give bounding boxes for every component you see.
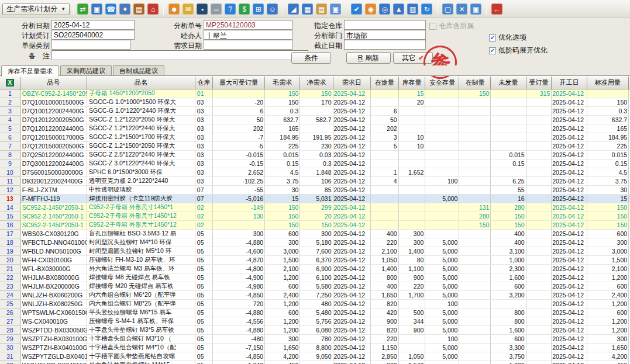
low-level-code-checkbox[interactable]: ✔ 低阶码展开优化 — [489, 46, 548, 56]
help-icon[interactable]: ? — [225, 4, 236, 15]
refresh-icon[interactable]: ↻ — [421, 4, 432, 15]
copy-icon[interactable]: ▣ — [330, 4, 341, 15]
key-icon[interactable]: ═ — [211, 4, 222, 15]
col-header-ordered[interactable]: 受订量 — [526, 77, 552, 89]
currency-icon[interactable]: $ — [239, 4, 250, 15]
col-header-gross-demand[interactable]: 毛需求 — [265, 77, 300, 89]
col-header-name[interactable]: 品名 — [87, 77, 195, 89]
table-row[interactable]: 8D7Q2501220024400GSGCC-Z 2.5*1220*2440 环… — [0, 150, 630, 159]
condition-button[interactable]: 条件 — [291, 52, 331, 64]
table-row[interactable]: 18WFBCTLD-NNO40100G封闭型沉头拉铆钉 M4*10 环保05-4… — [0, 238, 630, 247]
window-icon[interactable]: ▢ — [442, 4, 453, 15]
cell-std: 1,200 — [587, 317, 629, 325]
table-row[interactable]: 1OBZY-C952-2-1450*2050子母箱 1450*1200*2050… — [0, 89, 630, 98]
export-excel-header[interactable]: X — [0, 77, 20, 89]
table-row[interactable]: 14SC952-2-1450*2050-1C952-2子母箱 外形尺寸1450*… — [0, 203, 630, 212]
remark-input[interactable] — [51, 50, 308, 60]
table-row[interactable]: 7D7Q1201500020500GSGCC-Z 1.2*1500*2050 环… — [0, 141, 630, 150]
plan-order-input[interactable]: SO2025040002 — [51, 30, 135, 40]
demand-date-input[interactable] — [204, 40, 292, 50]
table-row[interactable]: 32WYNJFLDD-BX040150G外六角法兰面带齿螺钉 M4*15051,… — [0, 360, 630, 364]
cascade-icon[interactable]: ▣ — [470, 4, 481, 15]
module-selector-dropdown[interactable]: 生产需求/计划分 ▼ — [2, 4, 70, 15]
warehouse-input[interactable] — [344, 20, 426, 30]
col-header-pn[interactable]: 品号 — [20, 77, 87, 89]
lock-key-icon[interactable]: ✦ — [119, 4, 130, 15]
col-header-warehouse[interactable]: 仓库 — [195, 77, 212, 89]
table-row[interactable]: 25WNLJZH-BX080250G内六角组合螺钉 M8*25（配平弹05720… — [0, 299, 630, 308]
calculator-icon[interactable]: ▦ — [302, 4, 313, 15]
col-header-unshipped[interactable]: 未发量 — [491, 77, 526, 89]
table-row[interactable]: 21WFL-BX030000G外六角法兰螺母 M3 易车铁、环05-4,8002… — [0, 264, 630, 273]
analysis-no-input[interactable]: MP2504120003 — [204, 20, 292, 30]
table-row[interactable]: 12F-BLJ-ZXTM中性透明玻璃胶07-5530852025-04-1255… — [0, 185, 630, 194]
deadline-input[interactable] — [344, 40, 426, 50]
optimize-option-checkbox[interactable]: ✔ 优化选项 — [489, 33, 526, 43]
computer-icon[interactable]: ▣ — [91, 4, 102, 15]
phone-icon[interactable]: ☎ — [105, 4, 116, 15]
col-header-std-usage[interactable]: 标准用量 — [587, 77, 629, 89]
analysis-dept-input[interactable]: 市场部 — [344, 30, 426, 40]
table-row[interactable]: 2D7Q1001000015000GSGCC-G 1.0*1000*1500 环… — [0, 98, 630, 106]
tab-self-made-suggestion[interactable]: 自制成品建议 — [113, 65, 164, 76]
cart-icon[interactable]: ⊞ — [253, 4, 264, 15]
close-window-icon[interactable]: ✕ — [456, 4, 467, 15]
col-header-stock[interactable]: 库存量 — [398, 77, 425, 89]
drawer-icon[interactable]: ▤ — [316, 4, 327, 15]
refresh-button[interactable]: R刷新 — [346, 52, 391, 64]
col-header-wip[interactable]: 在制量 — [459, 77, 491, 89]
alert-bell-icon[interactable]: ◉ — [365, 4, 376, 15]
doc-search-icon[interactable]: ◎ — [379, 4, 390, 15]
table-row[interactable]: 28WSZPTDD-BX030050G十字盘头带垫螺钉 M3*5 易车铁05-4… — [0, 325, 630, 334]
doc-type-input[interactable] — [51, 40, 130, 50]
cell-sdate: 2025-04-12 — [552, 168, 587, 176]
tab-stock-shortage[interactable]: 库存不足量需求 — [1, 65, 59, 77]
sync-transfer-icon[interactable]: ⇄ — [77, 4, 88, 15]
exit-icon[interactable]: ← — [491, 4, 502, 15]
chart-icon[interactable]: ◢ — [288, 4, 299, 15]
org-chart-icon[interactable]: ▲ — [393, 4, 404, 15]
table-row[interactable]: 20WFH-CX030100G压铆螺钉 FH-M3-10 易车铁、环05-4,8… — [0, 255, 630, 264]
cell-net: 1.848 — [300, 168, 333, 176]
table-row[interactable]: 23WHJLM-BX200000G焊接螺母 M20 无碰焊点 易车铁05-4,9… — [0, 282, 630, 290]
table-row[interactable]: 9D7Q3001220024400GSGCC-Z 3.0*1220*2440 环… — [0, 159, 630, 168]
table-row[interactable]: 13F-MFFHJ-119焊接用密封胶（卡立119防火胶07-5,016155,… — [0, 194, 630, 203]
col-header-net-demand[interactable]: 净需求 — [300, 77, 333, 89]
table-row[interactable]: 4D7Q1201220020500GSGCC-Z 1.2*1220*2050 环… — [0, 115, 630, 124]
table-row[interactable]: 10D7S6001500030000GSPHC 6.0*1500*3000 环保… — [0, 168, 630, 176]
table-row[interactable]: 15SC952-2-1450*2050-1C952-2子母箱 外形尺寸1450*… — [0, 212, 630, 220]
table-row[interactable]: 16SC952-2-1450*2050-1C952-2子母箱 外形尺寸1450*… — [0, 220, 630, 229]
tab-purchase-suggestion[interactable]: 采购商品建议 — [60, 65, 112, 76]
table-row[interactable]: 19WFBLD-NNO50100G封闭型扁圆头拉铆钉 M5*10 环05-4,6… — [0, 247, 630, 255]
table-row[interactable]: 29WSZPTZH-BX030100G十字槽盘头组合螺钉 M3*10 （05-4… — [0, 334, 630, 343]
approve-icon[interactable]: ✔ — [351, 4, 362, 15]
table-row[interactable]: 17WBS03-CX030120G盲孔压铆螺柱 BSO-3.5M3-12 易05… — [0, 229, 630, 238]
table-row[interactable]: 5D7Q1201220024400GSGCC-Z 1.2*1220*2440 环… — [0, 124, 630, 133]
monitor-arrow-icon[interactable]: ▥ — [407, 4, 418, 15]
table-row[interactable]: 26WPTSWLM-CX060150G平头竖纹拉铆螺母 M6*15 易车05-4… — [0, 308, 630, 317]
handler-input[interactable]: 丨翠兰 — [204, 30, 292, 40]
table-row[interactable]: 30WSZPTZH-BX040100G十字槽盘头组合螺钉 M4*10（配05-7… — [0, 343, 630, 352]
cell-ordered — [526, 133, 552, 141]
users-icon[interactable]: ☻ — [168, 4, 180, 15]
payroll-icon[interactable]: ☺ — [267, 4, 278, 15]
warehouse-include-sub-checkbox[interactable]: 仓库含所属 — [429, 21, 474, 31]
col-header-max-orderable[interactable]: 最大可受订量 — [212, 77, 264, 89]
col-header-demand-date[interactable]: 需求日 — [333, 77, 370, 89]
table-row[interactable]: 11D932001220024400G透明亚克力板 2.0*1220*24400… — [0, 176, 630, 185]
briefcase-icon[interactable]: ▤ — [133, 4, 144, 15]
table-row[interactable]: 3D7Q1001220024400GSGCC-G 1.0*1220*2440 环… — [0, 106, 630, 115]
table-row[interactable]: 27WS-CX040010G压铆螺母 S-M4-1 易车铁、环保05-4,556… — [0, 317, 630, 325]
table-row[interactable]: 22WHJLM-BX080000G焊接螺母 M8 无碰焊点 易车铁05-4,90… — [0, 273, 630, 282]
table-row[interactable]: 24WNLJZH-BX060200G内六角组合螺钉 M6*20（配平弹05-4,… — [0, 290, 630, 299]
table-row[interactable]: 6D7Q1201500017000GSGCC-Z 1.2*1500*1700 环… — [0, 133, 630, 141]
col-header-start-date[interactable]: 开工日 — [552, 77, 587, 89]
cell-gross: 165 — [265, 124, 300, 133]
mail-icon[interactable]: ✉ — [183, 4, 194, 15]
cell-wip — [459, 308, 491, 317]
col-header-in-transit[interactable]: 在途量 — [370, 77, 398, 89]
home-icon[interactable]: ⌂ — [147, 4, 159, 15]
analysis-date-input[interactable]: 2025-04-12 — [51, 20, 135, 30]
table-row[interactable]: 31WSZPYTZGLD-BX040150G十字槽平圆头带垫燕尾钻自攻螺05-4… — [0, 352, 630, 360]
archive-icon[interactable]: ▪ — [197, 4, 208, 15]
